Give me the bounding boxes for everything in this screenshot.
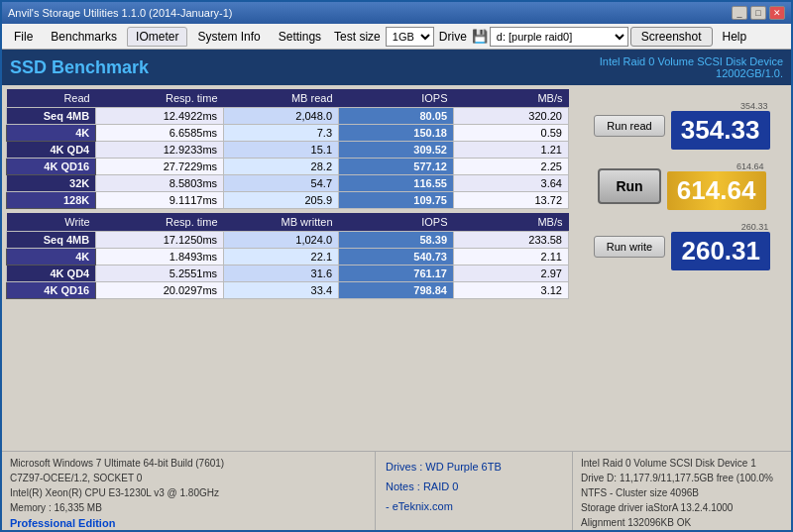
table-row: 4K QD4 5.2551ms 31.6 761.17 2.97 [7,266,569,282]
drive-select[interactable]: d: [purple raid0] [490,27,628,47]
table-row: 4K QD16 20.0297ms 33.4 798.84 3.12 [7,282,569,299]
row-w4kqd16-label: 4K QD16 [7,282,96,299]
table-row: 4K QD4 12.9233ms 15.1 309.52 1.21 [7,142,569,159]
row-seq4mb-resp: 12.4922ms [96,108,224,125]
read-header-mb: MB read [224,89,339,108]
titlebar: Anvil's Storage Utilities 1.1.0 (2014-Ja… [2,2,791,24]
write-header-label: Write [7,213,96,232]
menu-settings[interactable]: Settings [271,28,329,46]
maximize-button[interactable]: □ [750,6,766,20]
row-wseq4mb-mb: 1,024.0 [224,232,339,249]
menu-benchmarks[interactable]: Benchmarks [43,28,125,46]
row-4k-resp: 6.6585ms [96,125,224,142]
status-drive-info: Drive D: 11,177.9/11,177.5GB free (100.0… [581,471,783,485]
row-4kqd16-mbs: 2.25 [454,159,569,175]
table-row: 4K 6.6585ms 7.3 150.18 0.59 [7,125,569,142]
row-w4k-iops: 540.73 [339,249,454,266]
row-128k-mbs: 13.72 [454,192,569,209]
row-w4k-mb: 22.1 [224,249,339,266]
row-w4kqd16-mbs: 3.12 [454,282,569,299]
total-score-display: 614.64 [667,171,766,210]
status-alignment: Alignment 132096KB OK [581,515,783,530]
testsize-label: Test size [334,30,381,44]
row-w4k-mbs: 2.11 [454,249,569,266]
row-w4kqd16-mb: 33.4 [224,282,339,299]
benchmark-drive-info: Intel Raid 0 Volume SCSI Disk Device 120… [600,55,783,79]
write-header-mb: MB written [224,213,339,232]
menu-iometer[interactable]: IOmeter [127,27,187,47]
table-row: Seq 4MB 12.4922ms 2,048.0 80.05 320.20 [7,108,569,125]
table-row: 128K 9.1117ms 205.9 109.75 13.72 [7,192,569,209]
run-write-button[interactable]: Run write [594,236,665,258]
row-w4kqd4-label: 4K QD4 [7,266,96,282]
row-128k-resp: 9.1117ms [96,192,224,209]
statusbar: Microsoft Windows 7 Ultimate 64-bit Buil… [2,451,791,530]
read-score-small-label: 354.33 [740,101,770,111]
table-row: 4K QD16 27.7229ms 28.2 577.12 2.25 [7,159,569,175]
row-4kqd4-resp: 12.9233ms [96,142,224,159]
row-32k-mbs: 3.64 [454,175,569,192]
row-seq4mb-mbs: 320.20 [454,108,569,125]
write-table: Write Resp. time MB written IOPS MB/s Se… [6,213,569,299]
row-4k-iops: 150.18 [339,125,454,142]
row-128k-label: 128K [7,192,96,209]
tables-and-right: Read Resp. time MB read IOPS MB/s Seq 4M… [2,85,791,451]
row-4kqd4-mb: 15.1 [224,142,339,159]
read-score-row: Run read 354.33 354.33 [594,101,769,150]
row-128k-iops: 109.75 [339,192,454,209]
row-w4k-resp: 1.8493ms [96,249,224,266]
screenshot-button[interactable]: Screenshot [630,27,713,47]
status-memory: Memory : 16,335 MB [10,500,367,515]
run-button[interactable]: Run [598,168,660,204]
read-header-mbs: MB/s [454,89,569,108]
row-w4k-label: 4K [7,249,96,266]
menu-file[interactable]: File [6,28,41,46]
read-header-iops: IOPS [339,89,454,108]
row-4kqd16-resp: 27.7229ms [96,159,224,175]
total-score-small-label: 614.64 [736,161,766,171]
close-button[interactable]: ✕ [769,6,785,20]
window-title: Anvil's Storage Utilities 1.1.0 (2014-Ja… [8,7,232,19]
status-storage-driver: Storage driver iaStorA 13.2.4.1000 [581,500,783,515]
row-w4kqd16-resp: 20.0297ms [96,282,224,299]
main-window: Anvil's Storage Utilities 1.1.0 (2014-Ja… [0,0,793,532]
status-cpu1: C7Z97-OCEE/1.2, SOCKET 0 [10,471,367,485]
score-area: Run read 354.33 354.33 Run 614.64 614.64 [577,89,787,282]
menu-sysinfo[interactable]: System Info [189,28,268,46]
row-seq4mb-label: Seq 4MB [7,108,96,125]
right-panel: Run read 354.33 354.33 Run 614.64 614.64 [573,85,791,451]
status-right: Intel Raid 0 Volume SCSI Disk Device 1 D… [573,452,791,530]
run-read-button[interactable]: Run read [594,115,664,137]
table-area: Read Resp. time MB read IOPS MB/s Seq 4M… [2,85,573,451]
table-row: 4K 1.8493ms 22.1 540.73 2.11 [7,249,569,266]
row-32k-label: 32K [7,175,96,192]
read-header-label: Read [7,89,96,108]
row-seq4mb-iops: 80.05 [339,108,454,125]
row-4kqd4-mbs: 1.21 [454,142,569,159]
row-w4kqd4-resp: 5.2551ms [96,266,224,282]
testsize-select[interactable]: 1GB 2GB 4GB [386,27,434,47]
row-128k-mb: 205.9 [224,192,339,209]
menu-help[interactable]: Help [715,28,755,46]
status-left: Microsoft Windows 7 Ultimate 64-bit Buil… [2,452,375,530]
row-w4kqd16-iops: 798.84 [339,282,454,299]
content-wrapper: SSD Benchmark Intel Raid 0 Volume SCSI D… [2,50,791,530]
read-table: Read Resp. time MB read IOPS MB/s Seq 4M… [6,89,569,209]
window-controls: _ □ ✕ [732,6,785,20]
minimize-button[interactable]: _ [732,6,747,20]
professional-edition: Professional Edition [10,515,367,532]
row-wseq4mb-resp: 17.1250ms [96,232,224,249]
row-4kqd4-iops: 309.52 [339,142,454,159]
write-header-resp: Resp. time [96,213,224,232]
status-center: Drives : WD Purple 6TB Notes : RAID 0 - … [375,452,573,530]
row-w4kqd4-iops: 761.17 [339,266,454,282]
status-notes: Notes : RAID 0 [386,478,562,497]
drive-icon: 💾 [472,29,488,44]
status-ntfs: NTFS - Cluster size 4096B [581,485,783,500]
status-cpu2: Intel(R) Xeon(R) CPU E3-1230L v3 @ 1.80G… [10,485,367,500]
write-header-iops: IOPS [339,213,454,232]
run-score-row: Run 614.64 614.64 [598,161,765,210]
row-32k-mb: 54.7 [224,175,339,192]
row-4kqd16-iops: 577.12 [339,159,454,175]
write-score-display: 260.31 [671,232,770,270]
